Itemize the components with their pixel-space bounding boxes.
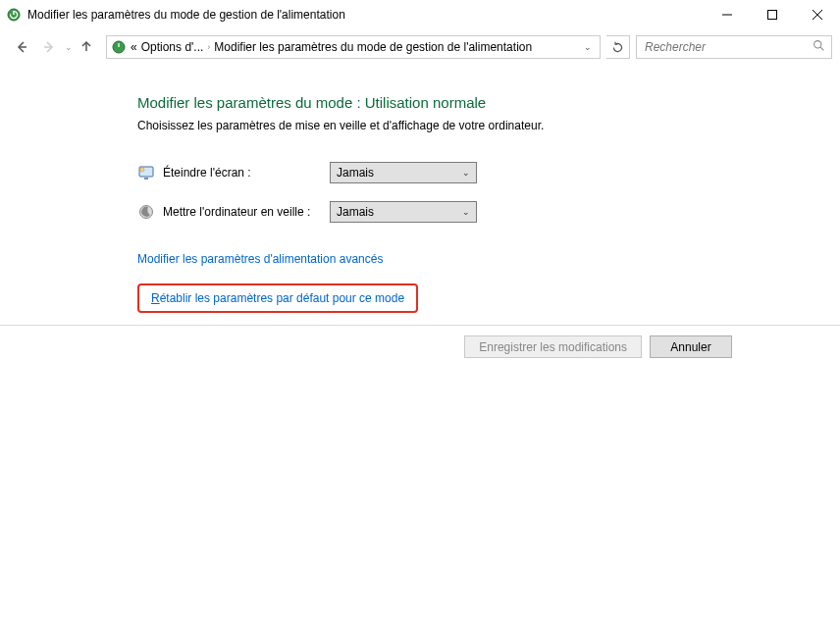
svg-point-13 bbox=[140, 168, 144, 172]
dropdown-value: Jamais bbox=[337, 166, 374, 180]
chevron-down-icon: ⌄ bbox=[462, 207, 470, 217]
moon-icon bbox=[137, 203, 155, 221]
search-box[interactable] bbox=[636, 35, 832, 59]
power-options-icon bbox=[111, 39, 127, 55]
sleep-dropdown[interactable]: Jamais ⌄ bbox=[330, 201, 477, 223]
back-button[interactable] bbox=[8, 33, 35, 61]
dropdown-value: Jamais bbox=[337, 205, 374, 219]
setting-row-sleep: Mettre l'ordinateur en veille : Jamais ⌄ bbox=[137, 201, 840, 223]
search-input[interactable] bbox=[643, 39, 813, 55]
cancel-button[interactable]: Annuler bbox=[650, 335, 732, 358]
chevron-down-icon: ⌄ bbox=[462, 168, 470, 178]
highlighted-link-box: Rétablir les paramètres par défaut pour … bbox=[137, 283, 418, 313]
display-off-dropdown[interactable]: Jamais ⌄ bbox=[330, 162, 477, 183]
minimize-button[interactable] bbox=[705, 0, 750, 29]
up-button[interactable] bbox=[75, 39, 98, 56]
restore-defaults-link[interactable]: Rétablir les paramètres par défaut pour … bbox=[151, 291, 404, 305]
main-content: Modifier les paramètres du mode : Utilis… bbox=[0, 65, 840, 313]
page-heading: Modifier les paramètres du mode : Utilis… bbox=[137, 94, 840, 111]
close-button[interactable] bbox=[795, 0, 840, 29]
search-icon bbox=[813, 39, 825, 55]
setting-row-display-off: Éteindre l'écran : Jamais ⌄ bbox=[137, 162, 840, 183]
breadcrumb-prefix: « bbox=[131, 40, 137, 54]
svg-rect-3 bbox=[768, 11, 777, 20]
navigation-bar: ⌄ « Options d'... › Modifier les paramèt… bbox=[0, 29, 840, 65]
refresh-button[interactable] bbox=[606, 35, 630, 59]
recent-locations-chevron-icon[interactable]: ⌄ bbox=[65, 42, 73, 52]
page-subtext: Choisissez les paramètres de mise en vei… bbox=[137, 119, 840, 132]
maximize-button[interactable] bbox=[750, 0, 795, 29]
svg-line-11 bbox=[820, 47, 823, 50]
forward-button[interactable] bbox=[35, 33, 63, 61]
window-title: Modifier les paramètres du mode de gesti… bbox=[27, 8, 705, 22]
titlebar: Modifier les paramètres du mode de gesti… bbox=[0, 0, 840, 29]
address-dropdown-chevron-icon[interactable]: ⌄ bbox=[580, 42, 596, 52]
save-button: Enregistrer les modifications bbox=[464, 335, 642, 358]
breadcrumb-segment[interactable]: Options d'... bbox=[141, 40, 204, 54]
power-options-icon bbox=[6, 7, 22, 23]
setting-label: Mettre l'ordinateur en veille : bbox=[163, 205, 330, 219]
chevron-right-icon: › bbox=[207, 42, 210, 52]
setting-label: Éteindre l'écran : bbox=[163, 166, 330, 180]
svg-point-10 bbox=[814, 41, 821, 48]
monitor-icon bbox=[137, 164, 155, 181]
advanced-settings-link[interactable]: Modifier les paramètres d'alimentation a… bbox=[137, 252, 383, 266]
address-bar[interactable]: « Options d'... › Modifier les paramètre… bbox=[106, 35, 601, 59]
footer-buttons: Enregistrer les modifications Annuler bbox=[0, 326, 840, 358]
breadcrumb-segment[interactable]: Modifier les paramètres du mode de gesti… bbox=[214, 40, 532, 54]
